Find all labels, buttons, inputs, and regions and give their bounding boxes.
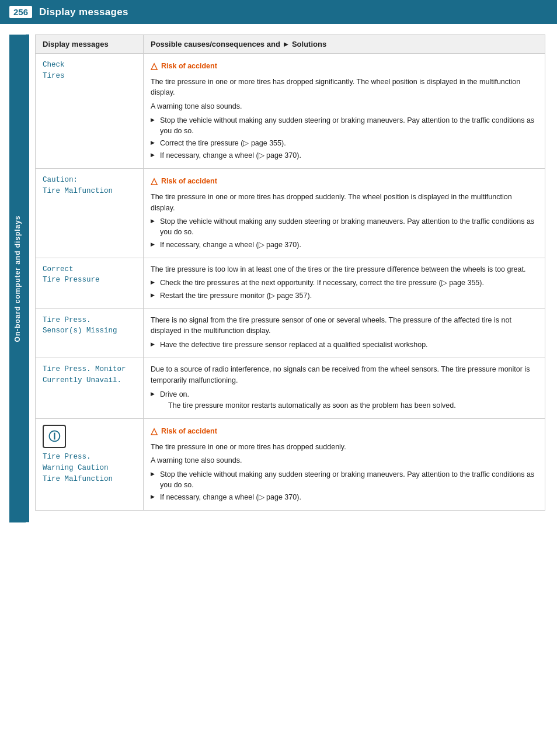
- message-text-line: Caution:: [43, 176, 78, 184]
- content-paragraph: A warning tone also sounds.: [151, 101, 538, 112]
- list-item: Correct the tire pressure (▷ page 355).: [151, 138, 538, 148]
- message-text-line: Tire Press.: [43, 453, 91, 461]
- list-item: Drive on.: [151, 389, 538, 400]
- table-row: Caution:Tire Malfunction△Risk of acciden…: [36, 169, 545, 258]
- table-row: Tire Press.Sensor(s) MissingThere is no …: [36, 308, 545, 358]
- list-item: Stop the vehicle without making any sudd…: [151, 115, 538, 136]
- risk-text: Risk of accident: [161, 176, 217, 187]
- bullet-list: Stop the vehicle without making any sudd…: [151, 469, 538, 502]
- list-item: Have the defective tire pressure sensor …: [151, 339, 538, 350]
- list-item: Check the tire pressures at the next opp…: [151, 278, 538, 288]
- causes-solutions-cell: △Risk of accidentThe tire pressure in on…: [144, 54, 545, 169]
- table-row: CorrectTire PressureThe tire pressure is…: [36, 258, 545, 308]
- list-item: If necessary, change a wheel (▷ page 370…: [151, 240, 538, 250]
- bullet-list: Check the tire pressures at the next opp…: [151, 278, 538, 300]
- bullet-list: Stop the vehicle without making any sudd…: [151, 115, 538, 161]
- page-title: Display messages: [39, 6, 128, 18]
- display-message-cell: ⒾTire Press.Warning CautionTire Malfunct…: [36, 419, 144, 511]
- table-row: ⒾTire Press.Warning CautionTire Malfunct…: [36, 419, 545, 511]
- warning-icon-box: Ⓘ: [43, 425, 66, 448]
- risk-label: △Risk of accident: [151, 60, 538, 73]
- bullet-list: Drive on.The tire pressure monitor resta…: [151, 389, 538, 411]
- content-paragraph: A warning tone also sounds.: [151, 455, 538, 466]
- message-text-line: Tire Press. Monitor: [43, 365, 126, 373]
- message-text-line: Tire Press.: [43, 316, 91, 324]
- side-label: On-board computer and displays: [9, 34, 26, 522]
- risk-label: △Risk of accident: [151, 425, 538, 438]
- table-row: CheckTires△Risk of accidentThe tire pres…: [36, 54, 545, 169]
- message-text-line: Tires: [43, 72, 65, 80]
- causes-solutions-cell: △Risk of accidentThe tire pressure in on…: [144, 169, 545, 258]
- causes-solutions-cell: The tire pressure is too low in at least…: [144, 258, 545, 308]
- warning-triangle-icon: △: [151, 425, 158, 438]
- display-message-cell: CorrectTire Pressure: [36, 258, 144, 308]
- content-paragraph: The tire pressure in one or more tires h…: [151, 442, 538, 453]
- message-text-line: Tire Malfunction: [43, 475, 113, 483]
- list-item: Restart the tire pressure monitor (▷ pag…: [151, 290, 538, 301]
- display-message-cell: Caution:Tire Malfunction: [36, 169, 144, 258]
- list-item: If necessary, change a wheel (▷ page 370…: [151, 492, 538, 502]
- message-text-line: Tire Pressure: [43, 276, 100, 284]
- content-paragraph: Due to a source of radio interference, n…: [151, 364, 538, 386]
- warning-triangle-icon: △: [151, 60, 158, 73]
- page-number: 256: [9, 6, 32, 18]
- causes-solutions-cell: △Risk of accidentThe tire pressure in on…: [144, 419, 545, 511]
- display-message-cell: Tire Press.Sensor(s) Missing: [36, 308, 144, 358]
- message-text-line: Sensor(s) Missing: [43, 327, 117, 335]
- list-item: Stop the vehicle without making any sudd…: [151, 216, 538, 237]
- content-paragraph: The tire pressure in one or more tires h…: [151, 77, 538, 99]
- message-text-line: Check: [43, 61, 65, 69]
- display-message-cell: Tire Press. MonitorCurrently Unavail.: [36, 358, 144, 419]
- col1-header: Display messages: [36, 35, 144, 54]
- causes-solutions-cell: Due to a source of radio interference, n…: [144, 358, 545, 419]
- col2-header: Possible causes/consequences and ► Solut…: [144, 35, 545, 54]
- message-text-line: Currently Unavail.: [43, 376, 121, 384]
- display-message-cell: CheckTires: [36, 54, 144, 169]
- list-item: Stop the vehicle without making any sudd…: [151, 469, 538, 490]
- display-table: Display messages Possible causes/consequ…: [35, 34, 545, 511]
- main-content: Display messages Possible causes/consequ…: [35, 34, 557, 522]
- message-text-line: Correct: [43, 265, 74, 273]
- message-text-line: Tire Malfunction: [43, 187, 113, 195]
- content-paragraph: The tire pressure in one or more tires h…: [151, 192, 538, 214]
- list-item: If necessary, change a wheel (▷ page 370…: [151, 150, 538, 161]
- page-header: 256 Display messages: [0, 0, 557, 24]
- message-text-line: Warning Caution: [43, 464, 109, 472]
- risk-text: Risk of accident: [161, 426, 217, 437]
- causes-solutions-cell: There is no signal from the tire pressur…: [144, 308, 545, 358]
- risk-label: △Risk of accident: [151, 175, 538, 188]
- bullet-list: Have the defective tire pressure sensor …: [151, 339, 538, 350]
- list-item: The tire pressure monitor restarts autom…: [151, 400, 538, 411]
- warning-triangle-icon: △: [151, 175, 158, 188]
- risk-text: Risk of accident: [161, 61, 217, 72]
- table-row: Tire Press. MonitorCurrently Unavail.Due…: [36, 358, 545, 419]
- bullet-list: Stop the vehicle without making any sudd…: [151, 216, 538, 249]
- content-paragraph: There is no signal from the tire pressur…: [151, 315, 538, 337]
- content-paragraph: The tire pressure is too low in at least…: [151, 264, 538, 275]
